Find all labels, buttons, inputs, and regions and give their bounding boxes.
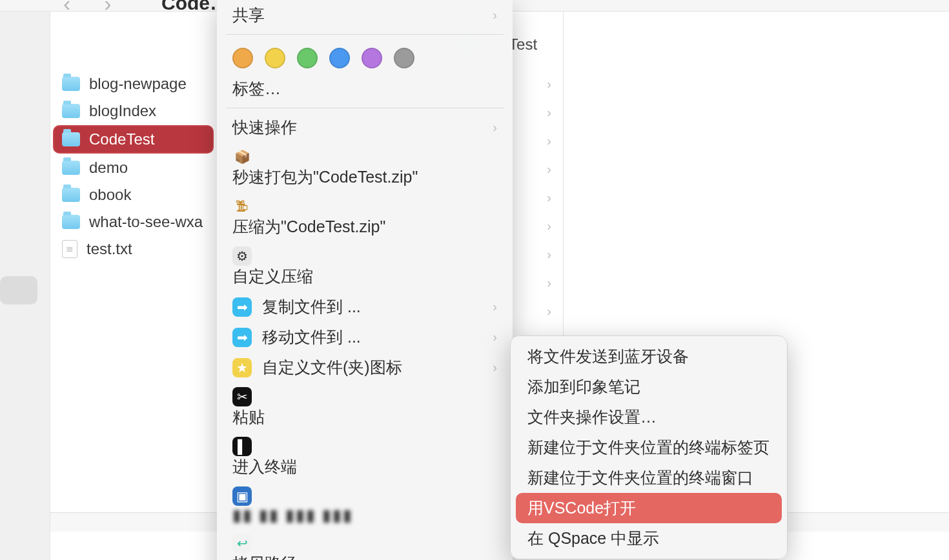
menu-item-label: 粘贴 <box>232 408 265 426</box>
star-icon: ★ <box>232 358 252 377</box>
folder-icon <box>62 188 80 202</box>
menu-item-label: 压缩为"CodeTest.zip" <box>232 217 385 235</box>
menu-separator <box>226 108 504 108</box>
file-row-label: demo <box>89 159 128 177</box>
menu-quick-actions[interactable]: 快速操作 › <box>217 112 513 143</box>
menu-custom_zip[interactable]: ⚙︎自定义压缩 <box>217 242 513 292</box>
menu-copy_to[interactable]: ➡复制文件到 ...› <box>217 292 513 322</box>
tag-color-dot[interactable] <box>265 48 285 68</box>
tag-color-row <box>217 39 513 74</box>
tag-color-dot[interactable] <box>394 48 414 68</box>
move-icon: ➡ <box>232 328 252 347</box>
file-row-label: what-to-see-wxa <box>89 213 203 231</box>
chevron-right-icon: › <box>493 330 497 345</box>
menu-copy_path[interactable]: ↩拷贝路径 <box>217 529 513 560</box>
services-item[interactable]: 新建位于文件夹位置的终端标签页 <box>516 432 782 463</box>
zip-icon: 📦 <box>232 147 252 166</box>
chevron-right-icon: › <box>547 134 551 148</box>
folder-icon <box>62 215 80 229</box>
menu-share-label: 共享 <box>232 5 265 26</box>
context-menu[interactable]: 共享 › 标签… 快速操作 › 📦秒速打包为"CodeTest.zip"🗜压缩为… <box>217 0 513 560</box>
menu-paste[interactable]: ✂粘贴 <box>217 383 513 432</box>
tag-color-dot[interactable] <box>297 48 318 68</box>
menu-item-label: ▮▮ ▮▮ ▮▮▮ ▮▮▮ <box>232 506 353 524</box>
folder-icon <box>62 77 80 91</box>
chevron-right-icon: › <box>493 8 497 23</box>
menu-enter_terminal[interactable]: ▌进入终端 <box>217 432 513 482</box>
chevron-right-icon: › <box>547 77 551 92</box>
file-row-label: obook <box>89 186 131 204</box>
menu-item-label: 进入终端 <box>232 457 297 475</box>
file-row[interactable]: what-to-see-wxa <box>54 209 214 235</box>
tag-color-dot[interactable] <box>362 48 382 68</box>
chevron-right-icon: › <box>493 360 497 375</box>
menu-item-label: 拷贝路径 <box>232 554 297 560</box>
chevron-right-icon: › <box>547 190 551 205</box>
menu-custom_icon[interactable]: ★自定义文件(夹)图标› <box>217 352 513 383</box>
menu-tags-label: 标签… <box>232 78 281 99</box>
menu-tags[interactable]: 标签… <box>217 74 513 104</box>
services-item[interactable]: 在 QSpace 中显示 <box>516 523 782 554</box>
folder-icon <box>62 104 80 118</box>
path-icon: ↩ <box>232 534 252 553</box>
services-submenu[interactable]: 将文件发送到蓝牙设备添加到印象笔记文件夹操作设置…新建位于文件夹位置的终端标签页… <box>510 335 788 559</box>
file-row-label: test.txt <box>87 240 132 258</box>
sidebar-selected-item[interactable] <box>0 276 37 305</box>
services-item[interactable]: 添加到印象笔记 <box>516 372 782 402</box>
file-row[interactable]: CodeTest <box>53 125 214 154</box>
services-item[interactable]: 文件夹操作设置… <box>516 402 782 432</box>
zip2-icon: 🗜 <box>232 197 252 216</box>
file-row-label: CodeTest <box>89 130 154 148</box>
dx-icon: ▣ <box>232 486 252 506</box>
chevron-right-icon: › <box>547 162 551 177</box>
sidebar <box>0 12 50 560</box>
menu-move_to[interactable]: ➡移动文件到 ...› <box>217 322 513 352</box>
menu-quick-actions-label: 快速操作 <box>232 117 297 138</box>
file-row[interactable]: obook <box>54 182 214 208</box>
chevron-right-icon: › <box>547 275 551 290</box>
menu-share[interactable]: 共享 › <box>217 0 513 30</box>
menu-item-label: 自定义文件(夹)图标 <box>262 357 402 378</box>
menu-item-label: 复制文件到 ... <box>262 296 361 317</box>
term-icon: ▌ <box>232 437 252 456</box>
file-row[interactable]: demo <box>54 155 214 181</box>
chevron-right-icon: › <box>547 105 551 120</box>
menu-item-label: 秒速打包为"CodeTest.zip" <box>232 168 418 186</box>
document-icon <box>62 240 77 258</box>
chevron-right-icon: › <box>493 299 497 314</box>
chevron-right-icon: › <box>547 304 551 319</box>
file-row[interactable]: blogIndex <box>54 98 214 124</box>
copy-icon: ➡ <box>232 297 252 317</box>
chevron-right-icon: › <box>547 219 551 234</box>
menu-obscured[interactable]: ▣▮▮ ▮▮ ▮▮▮ ▮▮▮ <box>217 482 513 529</box>
tag-color-dot[interactable] <box>329 48 350 68</box>
file-row-label: blog-newpage <box>89 75 187 93</box>
file-row[interactable]: test.txt <box>54 236 214 262</box>
folder-icon <box>62 161 80 175</box>
chevron-right-icon: › <box>547 247 551 262</box>
file-row-label: blogIndex <box>89 102 156 120</box>
file-list-column: blog-newpageblogIndexCodeTestdemoobookwh… <box>50 12 218 560</box>
folder-icon <box>62 132 80 146</box>
paste-icon: ✂ <box>232 387 252 406</box>
file-row[interactable]: blog-newpage <box>54 71 214 97</box>
menu-zip_fast[interactable]: 📦秒速打包为"CodeTest.zip" <box>217 143 513 192</box>
services-item[interactable]: 用VSCode打开 <box>516 493 782 523</box>
config-icon: ⚙︎ <box>232 246 252 266</box>
menu-separator <box>226 34 504 35</box>
menu-zip_as[interactable]: 🗜压缩为"CodeTest.zip" <box>217 192 513 242</box>
chevron-right-icon: › <box>493 120 497 135</box>
menu-item-label: 自定义压缩 <box>232 267 313 285</box>
tag-color-dot[interactable] <box>232 48 253 68</box>
services-item[interactable]: 将文件发送到蓝牙设备 <box>516 341 782 372</box>
menu-item-label: 移动文件到 ... <box>262 326 361 348</box>
services-item[interactable]: 新建位于文件夹位置的终端窗口 <box>516 463 782 493</box>
